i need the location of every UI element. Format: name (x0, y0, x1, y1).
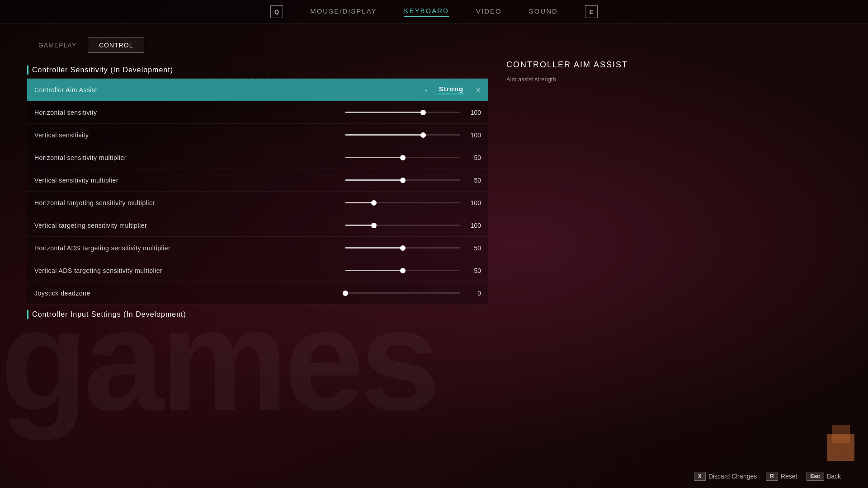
slider-2[interactable] (345, 153, 460, 162)
bottom-bar: X Discard Changes R Reset Esc Back (667, 465, 868, 488)
back-label: Back (827, 473, 841, 480)
setting-value-5: 100 (465, 222, 481, 229)
slider-fill-3 (345, 179, 403, 181)
setting-label-2: Horizontal sensitivity multiplier (34, 154, 345, 161)
discard-action[interactable]: X Discard Changes (694, 472, 757, 481)
slider-fill-0 (345, 112, 423, 113)
slider-0[interactable] (345, 108, 460, 117)
slider-track-7 (345, 270, 460, 271)
nav-item-video[interactable]: VIDEO (476, 7, 502, 17)
setting-label-8: Joystick deadzone (34, 290, 345, 297)
setting-control-2: 50 (345, 153, 481, 162)
slider-fill-5 (345, 225, 374, 226)
slider-fill-2 (345, 157, 403, 158)
setting-row-2[interactable]: Horizontal sensitivity multiplier 50 (27, 146, 488, 169)
setting-row-1[interactable]: Vertical sensitivity 100 (27, 124, 488, 146)
aim-assist-row[interactable]: Controller Aim Assist ‹ Strong ✕ (27, 79, 488, 101)
discard-label: Discard Changes (708, 473, 757, 480)
setting-value-6: 50 (465, 244, 481, 252)
section2-title: Controller Input Settings (In Developmen… (32, 310, 186, 319)
slider-fill-7 (345, 270, 403, 271)
setting-row-4[interactable]: Horizontal targeting sensitivity multipl… (27, 192, 488, 214)
slider-track-1 (345, 134, 460, 136)
reset-action[interactable]: R Reset (766, 472, 797, 481)
slider-thumb-7 (400, 268, 406, 273)
slider-5[interactable] (345, 221, 460, 230)
setting-control-0: 100 (345, 108, 481, 117)
setting-row-0[interactable]: Horizontal sensitivity 100 (27, 101, 488, 124)
right-nav-key[interactable]: E (585, 5, 598, 18)
slider-fill-6 (345, 247, 403, 249)
slider-6[interactable] (345, 244, 460, 253)
nav-item-keyboard[interactable]: KEYBOARD (404, 7, 449, 17)
setting-label-5: Vertical targeting sensitivity multiplie… (34, 222, 345, 229)
setting-label-0: Horizontal sensitivity (34, 109, 345, 116)
left-nav-key[interactable]: Q (270, 5, 283, 18)
slider-1[interactable] (345, 131, 460, 140)
setting-row-5[interactable]: Vertical targeting sensitivity multiplie… (27, 214, 488, 237)
slider-track-8 (345, 292, 460, 294)
section2-header: Controller Input Settings (In Developmen… (27, 305, 488, 323)
section1-bar (27, 66, 28, 75)
corner-decoration (818, 425, 854, 461)
slider-thumb-6 (400, 245, 406, 251)
slider-fill-4 (345, 202, 374, 203)
help-description: Aim assist strength (506, 75, 651, 84)
setting-control-5: 100 (345, 221, 481, 230)
section1-header: Controller Sensitivity (In Development) (27, 62, 488, 79)
setting-label-4: Horizontal targeting sensitivity multipl… (34, 199, 345, 206)
aim-assist-value: Strong (439, 85, 463, 93)
sub-tabs: GAMEPLAY CONTROL (27, 38, 488, 53)
tab-control[interactable]: CONTROL (88, 38, 144, 53)
setting-row-6[interactable]: Horizontal ADS targeting sensitivity mul… (27, 237, 488, 259)
setting-control-3: 50 (345, 176, 481, 185)
reset-label: Reset (781, 473, 797, 480)
nav-item-mouse-display[interactable]: MOUSE/DISPLAY (310, 7, 377, 17)
setting-value-3: 50 (465, 177, 481, 184)
slider-thumb-0 (420, 110, 426, 115)
back-key: Esc (807, 472, 824, 481)
setting-value-8: 0 (465, 290, 481, 297)
main-content: GAMEPLAY CONTROL Controller Sensitivity … (0, 24, 868, 323)
slider-fill-1 (345, 134, 423, 136)
setting-control-6: 50 (345, 244, 481, 253)
setting-control-7: 50 (345, 266, 481, 275)
tab-gameplay[interactable]: GAMEPLAY (27, 38, 88, 53)
slider-track-4 (345, 202, 460, 203)
setting-label-3: Vertical sensitivity multiplier (34, 177, 345, 184)
slider-thumb-5 (371, 223, 377, 228)
aim-assist-prev[interactable]: ‹ (421, 85, 430, 94)
back-action[interactable]: Esc Back (807, 472, 841, 481)
corner-deco-inner (827, 434, 854, 461)
slider-7[interactable] (345, 266, 460, 275)
slider-8[interactable] (345, 289, 460, 298)
slider-track-2 (345, 157, 460, 158)
section2-bar (27, 310, 28, 319)
slider-thumb-4 (371, 200, 377, 206)
aim-assist-close[interactable]: ✕ (476, 86, 481, 94)
aim-assist-control: ‹ Strong ✕ (345, 85, 481, 94)
setting-control-8: 0 (345, 289, 481, 298)
help-title: CONTROLLER AIM ASSIST (506, 60, 651, 70)
setting-row-3[interactable]: Vertical sensitivity multiplier 50 (27, 169, 488, 192)
slider-thumb-2 (400, 155, 406, 160)
slider-thumb-1 (420, 132, 426, 138)
slider-track-3 (345, 179, 460, 181)
setting-label-1: Vertical sensitivity (34, 131, 345, 139)
nav-item-sound[interactable]: SOUND (529, 7, 558, 17)
setting-row-8[interactable]: Joystick deadzone 0 (27, 282, 488, 305)
discard-key: X (694, 472, 706, 481)
setting-value-0: 100 (465, 109, 481, 116)
slider-4[interactable] (345, 198, 460, 207)
setting-control-1: 100 (345, 131, 481, 140)
reset-key: R (766, 472, 778, 481)
setting-value-1: 100 (465, 131, 481, 139)
setting-label-7: Vertical ADS targeting sensitivity multi… (34, 267, 345, 274)
slider-thumb-8 (343, 291, 348, 296)
setting-label-6: Horizontal ADS targeting sensitivity mul… (34, 244, 345, 252)
slider-track-0 (345, 112, 460, 113)
setting-control-4: 100 (345, 198, 481, 207)
setting-row-7[interactable]: Vertical ADS targeting sensitivity multi… (27, 259, 488, 282)
slider-3[interactable] (345, 176, 460, 185)
section1-title: Controller Sensitivity (In Development) (32, 66, 173, 74)
